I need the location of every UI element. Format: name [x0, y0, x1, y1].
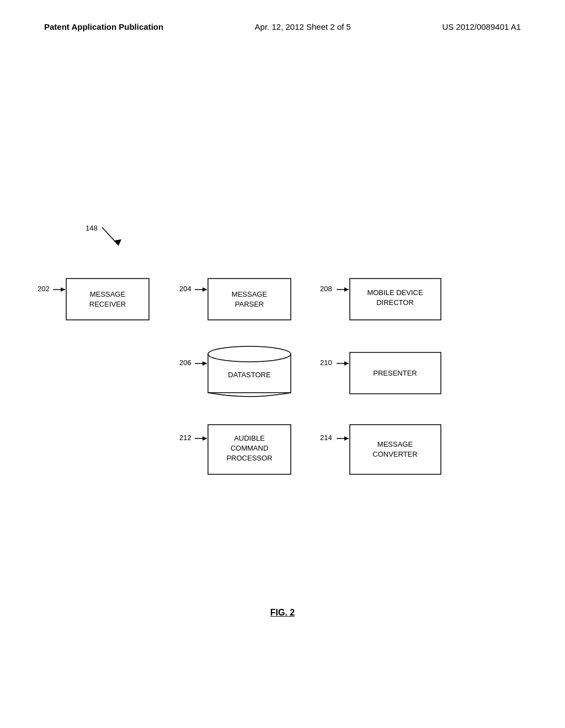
label-audible-3: PROCESSOR	[226, 454, 272, 462]
ref-210-arrowhead	[344, 361, 349, 366]
ref-206-label: 206	[179, 358, 191, 367]
box-message-converter	[350, 425, 441, 474]
label-presenter: PRESENTER	[373, 369, 417, 377]
figure-caption: FIG. 2	[270, 608, 295, 618]
label-audible-2: COMMAND	[231, 444, 269, 452]
label-datastore: DATASTORE	[228, 371, 271, 379]
cylinder-bottom	[208, 393, 291, 397]
header-right: US 2012/0089401 A1	[442, 22, 521, 31]
label-message-converter-1: MESSAGE	[377, 440, 413, 448]
label-message-receiver-2: RECEIVER	[89, 300, 126, 308]
ref-202-arrowhead	[61, 287, 65, 292]
ref-204-arrowhead	[202, 287, 207, 292]
diagram-svg: 148 202 MESSAGE RECEIVER 204 MESSAGE PAR…	[0, 88, 565, 585]
header-center: Apr. 12, 2012 Sheet 2 of 5	[255, 22, 351, 31]
label-mobile-device-director-2: DIRECTOR	[376, 298, 414, 307]
ref-202-label: 202	[38, 285, 50, 293]
ref-212-arrowhead	[202, 436, 207, 441]
ref-148-label: 148	[86, 224, 98, 232]
ref-214-arrowhead	[344, 436, 349, 441]
label-message-parser-2: PARSER	[235, 300, 264, 308]
ref-206-arrowhead	[202, 361, 207, 366]
cylinder-top	[208, 346, 291, 362]
page: Patent Application Publication Apr. 12, …	[0, 0, 565, 728]
label-mobile-device-director-1: MOBILE DEVICE	[367, 288, 423, 297]
header: Patent Application Publication Apr. 12, …	[0, 22, 565, 31]
box-message-receiver	[66, 279, 149, 320]
label-message-converter-2: CONVERTER	[372, 450, 417, 458]
ref-148-line	[102, 227, 119, 245]
ref-208-arrowhead	[344, 287, 349, 292]
header-left: Patent Application Publication	[44, 22, 163, 31]
ref-212-label: 212	[179, 433, 191, 442]
ref-214-label: 214	[320, 433, 332, 442]
label-message-parser-1: MESSAGE	[232, 290, 268, 298]
label-audible-1: AUDIBLE	[234, 434, 265, 442]
box-message-parser	[208, 279, 291, 320]
ref-210-label: 210	[320, 358, 332, 367]
ref-208-label: 208	[320, 285, 332, 293]
label-message-receiver-1: MESSAGE	[90, 290, 126, 298]
ref-204-label: 204	[179, 285, 191, 293]
